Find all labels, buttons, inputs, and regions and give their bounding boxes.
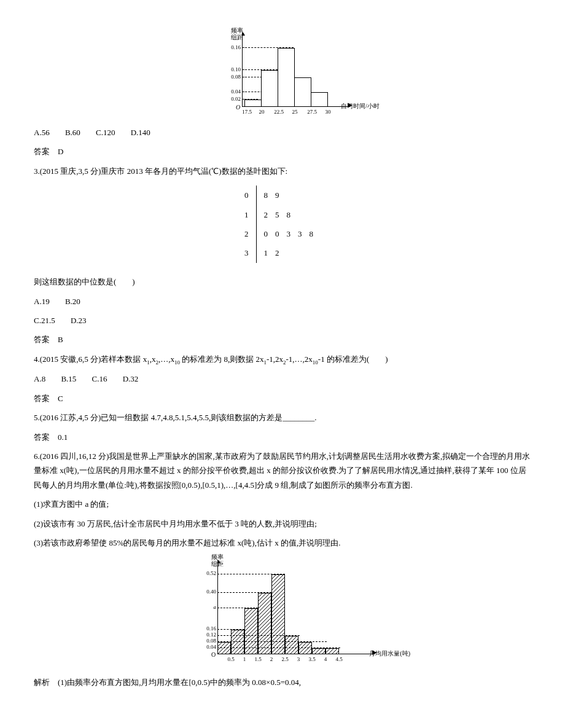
q6-solution: 解析 (1)由频率分布直方图知,月均用水量在[0,0.5)中的频率为 0.08×…: [34, 675, 531, 689]
hist1-xtick: 20: [259, 107, 265, 117]
q6-part1: (1)求直方图中 a 的值;: [34, 497, 531, 511]
q3-stem: 3.(2015 重庆,3,5 分)重庆市 2013 年各月的平均气温(℃)数据的…: [34, 164, 531, 178]
hist2-bar: [271, 574, 285, 654]
hist1-bar: [261, 70, 278, 107]
option-c: C.21.5: [34, 316, 55, 325]
q4-options: A.8 B.15 C.16 D.32: [34, 372, 531, 386]
option-c: C.120: [96, 128, 115, 137]
stemleaf-row: 1258: [238, 205, 327, 224]
q6-part3: (3)若该市政府希望使 85%的居民每月的用水量不超过标准 x(吨),估计 x …: [34, 536, 531, 550]
hist2-xtick: 4.5: [335, 654, 342, 664]
hist1-bar: [278, 48, 295, 107]
option-b: B.20: [65, 297, 80, 306]
hist1-xlabel: 自习时间/小时: [341, 101, 380, 112]
hist2-xtick: 4: [324, 654, 327, 664]
figure-histogram-1: ▲ 频率组距 O 0.02 0.04 0.08 0.10 0.16 17.5 2…: [34, 32, 531, 118]
svg-rect-3: [259, 593, 271, 654]
hist2-bar: [298, 642, 312, 654]
svg-rect-5: [286, 636, 298, 654]
hist1-xtick: 25: [292, 107, 298, 117]
option-d: D.32: [123, 374, 139, 383]
q3-options-row1: A.19 B.20: [34, 294, 531, 308]
hist1-ylabel: 频率组距: [231, 27, 243, 41]
svg-rect-4: [272, 575, 284, 654]
hist2-ytick-a: a: [200, 602, 216, 612]
hist1-ytick: 0.10: [225, 65, 241, 74]
hist2-xtick: 1.5: [254, 654, 261, 664]
q6-stem: 6.(2016 四川,16,12 分)我国是世界上严重缺水的国家,某市政府为了鼓…: [34, 449, 531, 492]
option-a: A.19: [34, 297, 50, 306]
figure-stemleaf: 089 1258 200338 312: [34, 186, 531, 267]
hist2-xtick: 3.5: [308, 654, 315, 664]
svg-rect-1: [232, 630, 244, 654]
hist2-ytick: 0.40: [200, 587, 216, 597]
q3-options-row2: C.21.5 D.23: [34, 313, 531, 327]
svg-rect-2: [245, 609, 257, 654]
option-d: D.23: [71, 316, 87, 325]
hist2-xlabel: 月均用水量(吨): [369, 648, 410, 659]
hist2-bar: [285, 636, 298, 654]
hist1-xtick: 27.5: [307, 107, 317, 117]
q6-part2: (2)设该市有 30 万居民,估计全市居民中月均用水量不低于 3 吨的人数,并说…: [34, 517, 531, 531]
q5-answer: 答案 0.1: [34, 430, 531, 444]
hist1-ytick: 0.04: [225, 87, 241, 96]
svg-rect-8: [326, 649, 338, 654]
hist2-xtick: 2.5: [281, 654, 288, 664]
hist2-xtick: 1: [243, 654, 246, 664]
svg-rect-7: [313, 649, 325, 654]
option-c: C.16: [92, 374, 107, 383]
stemleaf-row: 089: [238, 186, 327, 205]
hist2-xtick: 3: [297, 654, 300, 664]
q2-answer: 答案 D: [34, 144, 531, 159]
hist1-xtick: 30: [325, 107, 331, 117]
svg-rect-6: [299, 643, 311, 654]
hist2-xtick: 0.5: [227, 654, 234, 664]
q3-answer: 答案 B: [34, 332, 531, 346]
hist1-xtick: 17.5: [242, 107, 252, 117]
hist2-bar: [258, 593, 271, 654]
stemleaf-row: 312: [238, 243, 327, 262]
q5-stem: 5.(2016 江苏,4,5 分)已知一组数据 4.7,4.8,5.1,5.4,…: [34, 410, 531, 425]
q3-prompt: 则这组数据的中位数是( ): [34, 275, 531, 289]
hist1-xtick: 22.5: [274, 107, 284, 117]
stemleaf-row: 200338: [238, 224, 327, 243]
option-a: A.56: [34, 128, 50, 137]
hist1-bar: [311, 92, 328, 107]
hist2-bar: [244, 608, 258, 654]
option-b: B.15: [61, 374, 76, 383]
hist2-bar: [231, 630, 244, 654]
q4-stem: 4.(2015 安徽,6,5 分)若样本数据 x1,x2,…,x10 的标准差为…: [34, 352, 531, 367]
hist2-ytick: 0.16: [200, 624, 216, 633]
hist1-ytick: 0.16: [225, 42, 241, 52]
hist1-bar: [294, 77, 311, 107]
figure-histogram-2: ▲ 频率组距 O 0.04 0.08 0.12 0.16 0.40 0.52 a…: [34, 557, 531, 668]
svg-rect-0: [218, 643, 230, 654]
option-a: A.8: [34, 374, 45, 383]
hist2-xtick: 2: [270, 654, 273, 664]
option-b: B.60: [65, 128, 80, 137]
hist2-bar: [217, 642, 231, 654]
q2-options: A.56 B.60 C.120 D.140: [34, 125, 531, 139]
q4-answer: 答案 C: [34, 391, 531, 405]
hist2-ytick: 0.52: [200, 568, 216, 578]
option-d: D.140: [131, 128, 150, 137]
